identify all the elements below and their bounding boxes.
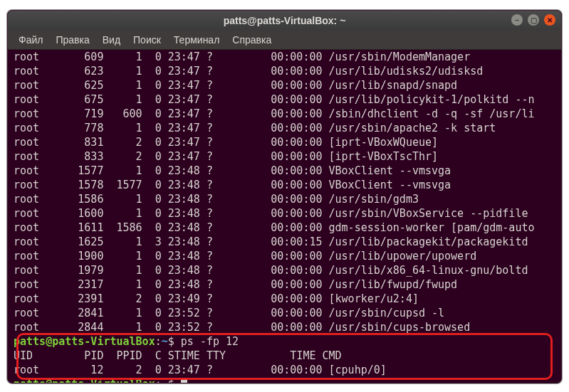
prompt-colon: : (155, 334, 162, 349)
process-row: root 625 1 0 23:47 ? 00:00:00 /usr/lib/s… (14, 78, 555, 92)
window-controls: – ▢ ✕ (511, 14, 555, 26)
process-row: root 719 600 0 23:47 ? 00:00:00 /sbin/dh… (14, 107, 555, 121)
prompt-dollar: $ (168, 377, 181, 383)
process-row: root 1611 1586 0 23:48 ? 00:00:00 gdm-se… (14, 221, 555, 235)
process-row: root 1625 1 3 23:48 ? 00:00:15 /usr/lib/… (14, 235, 555, 249)
process-row: root 1900 1 0 23:48 ? 00:00:00 /usr/lib/… (14, 249, 555, 263)
menu-edit[interactable]: Правка (49, 34, 95, 46)
process-row: root 1577 1 0 23:48 ? 00:00:00 VBoxClien… (14, 164, 555, 178)
process-row: root 1586 1 0 23:48 ? 00:00:00 /usr/sbin… (14, 192, 555, 206)
process-row: root 1600 1 0 23:48 ? 00:00:00 /usr/sbin… (14, 206, 555, 221)
prompt-path: ~ (162, 334, 168, 349)
prompt-at: @ (46, 334, 52, 349)
titlebar[interactable]: patts@patts-VirtualBox: ~ – ▢ ✕ (8, 11, 561, 31)
menu-terminal[interactable]: Терминал (167, 34, 226, 46)
terminal-body[interactable]: root 609 1 0 23:47 ? 00:00:00 /usr/sbin/… (8, 50, 561, 383)
process-row: root 778 1 0 23:47 ? 00:00:00 /usr/sbin/… (14, 121, 555, 135)
typed-command: ps -fp 12 (181, 334, 239, 349)
prompt-dollar: $ (168, 334, 181, 349)
menu-search[interactable]: Поиск (127, 34, 167, 46)
process-row: root 675 1 0 23:47 ? 00:00:00 /usr/lib/p… (14, 92, 555, 107)
process-row: root 12 2 0 23:47 ? 00:00:00 [cpuhp/0] (14, 363, 555, 377)
prompt-line-1: patts@patts-VirtualBox:~$ ps -fp 12 (14, 334, 555, 349)
maximize-button[interactable]: ▢ (528, 14, 539, 26)
menu-view[interactable]: Вид (96, 34, 127, 46)
prompt-colon: : (155, 377, 162, 383)
prompt-host: patts-VirtualBox (52, 334, 155, 349)
process-row: root 2391 2 0 23:49 ? 00:00:00 [kworker/… (14, 292, 555, 306)
menu-help[interactable]: Справка (226, 34, 278, 46)
prompt-host: patts-VirtualBox (52, 377, 155, 383)
minimize-button[interactable]: – (511, 14, 523, 26)
process-row: root 609 1 0 23:47 ? 00:00:00 /usr/sbin/… (14, 50, 555, 64)
process-row: root 2841 1 0 23:52 ? 00:00:00 /usr/sbin… (14, 306, 555, 320)
cursor (181, 378, 187, 383)
process-row: root 1578 1577 0 23:48 ? 00:00:00 VBoxCl… (14, 178, 555, 192)
terminal-window: patts@patts-VirtualBox: ~ – ▢ ✕ Файл Пра… (7, 10, 562, 383)
process-row: root 2317 1 0 23:48 ? 00:00:00 /usr/lib/… (14, 277, 555, 292)
process-row: root 833 2 0 23:47 ? 00:00:00 [iprt-VBox… (14, 149, 555, 164)
ps-header: UID PID PPID C STIME TTY TIME CMD (14, 349, 555, 363)
menu-file[interactable]: Файл (12, 34, 49, 46)
process-row: root 831 2 0 23:47 ? 00:00:00 [iprt-VBox… (14, 135, 555, 149)
prompt-line-2: patts@patts-VirtualBox:~$ (14, 377, 555, 383)
process-row: root 623 1 0 23:47 ? 00:00:00 /usr/lib/u… (14, 64, 555, 78)
menubar: Файл Правка Вид Поиск Терминал Справка (8, 31, 561, 50)
process-row: root 2844 1 0 23:52 ? 00:00:00 /usr/sbin… (14, 320, 555, 334)
close-button[interactable]: ✕ (544, 14, 555, 26)
window-title: patts@patts-VirtualBox: ~ (8, 15, 561, 26)
prompt-path: ~ (162, 377, 168, 383)
prompt-user: patts (14, 377, 46, 383)
prompt-user: patts (14, 334, 46, 349)
prompt-at: @ (46, 377, 52, 383)
process-row: root 1979 1 0 23:48 ? 00:00:00 /usr/lib/… (14, 263, 555, 277)
